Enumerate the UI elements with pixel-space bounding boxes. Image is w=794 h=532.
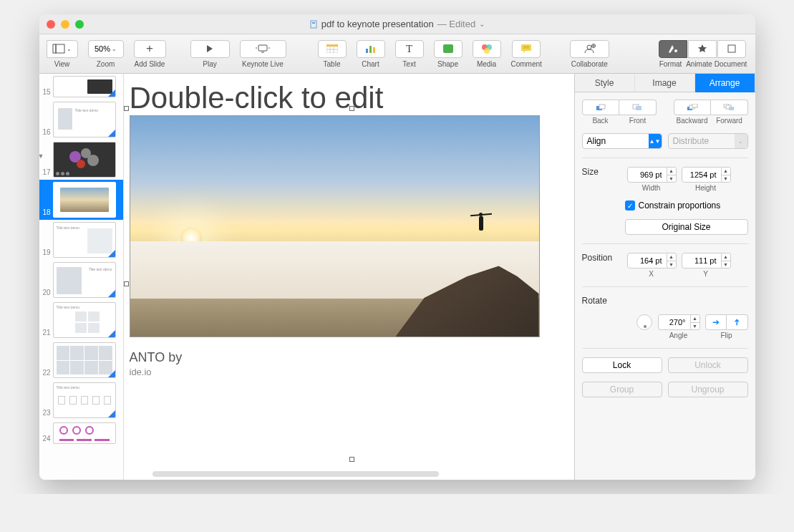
- maximize-icon[interactable]: [75, 20, 84, 29]
- titlebar: pdf to keynote presentation — Edited ⌄: [39, 14, 755, 34]
- svg-rect-2: [53, 44, 56, 53]
- svg-marker-4: [207, 45, 213, 52]
- slide-thumb[interactable]: 24: [39, 420, 123, 446]
- document-icon: [309, 20, 318, 29]
- play-button[interactable]: [190, 40, 230, 58]
- window-title: pdf to keynote presentation — Edited ⌄: [39, 19, 755, 29]
- traffic-lights: [47, 20, 84, 29]
- add-slide-button[interactable]: +: [134, 40, 166, 58]
- size-label: Size: [582, 167, 621, 177]
- disclosure-triangle-icon[interactable]: ▼: [39, 153, 44, 160]
- format-inspector: Style Image Arrange BackFront: [574, 74, 755, 480]
- angle-dial[interactable]: [636, 314, 652, 330]
- shape-button[interactable]: [434, 40, 463, 58]
- svg-rect-17: [443, 44, 453, 53]
- zoom-label: Zoom: [97, 60, 115, 68]
- app-window: pdf to keynote presentation — Edited ⌄ ⌄…: [39, 14, 755, 480]
- slide-thumb[interactable]: 22: [39, 340, 123, 380]
- minimize-icon[interactable]: [61, 20, 69, 29]
- toolbar: ⌄ View 50%⌄ Zoom + Add Slide Play Keynot…: [39, 34, 755, 74]
- zoom-dropdown[interactable]: 50%⌄: [88, 40, 124, 58]
- unlock-button[interactable]: Unlock: [668, 357, 748, 373]
- svg-marker-30: [698, 44, 707, 52]
- svg-point-7: [256, 47, 257, 49]
- front-button[interactable]: [619, 100, 657, 115]
- inspector-tabs: Style Image Arrange: [575, 74, 755, 92]
- selection-handle[interactable]: [349, 106, 354, 111]
- collaborate-button[interactable]: [570, 40, 609, 58]
- selection-handle[interactable]: [349, 457, 354, 462]
- backward-button[interactable]: [674, 100, 712, 115]
- svg-rect-10: [326, 44, 338, 47]
- slide-thumb[interactable]: 16 Title text demo: [39, 100, 123, 140]
- slide-thumb[interactable]: 15: [39, 74, 123, 100]
- slide-canvas[interactable]: Double-click to edit ANTO by ide.io: [124, 74, 574, 480]
- shape-label: Shape: [437, 60, 458, 68]
- table-button[interactable]: [318, 40, 347, 58]
- view-button[interactable]: ⌄: [47, 40, 78, 58]
- text-button[interactable]: T: [395, 40, 424, 58]
- svg-point-34: [77, 160, 85, 168]
- subtitle-2[interactable]: ide.io: [124, 367, 567, 377]
- animate-button[interactable]: [688, 40, 717, 58]
- flip-vertical-button[interactable]: ➔: [727, 314, 748, 330]
- text-label: Text: [402, 60, 415, 68]
- svg-point-8: [268, 47, 270, 49]
- svg-rect-42: [692, 104, 697, 107]
- tab-image[interactable]: Image: [635, 74, 695, 92]
- slide-thumb[interactable]: 21 Title text demo: [39, 300, 123, 340]
- distribute-dropdown[interactable]: Distribute⌄: [668, 133, 748, 149]
- slide-image[interactable]: [130, 115, 540, 337]
- x-stepper[interactable]: ▲▼: [667, 253, 677, 269]
- original-size-button[interactable]: Original Size: [625, 219, 748, 235]
- document-button[interactable]: [717, 40, 746, 58]
- comment-button[interactable]: [512, 40, 541, 58]
- chart-label: Chart: [362, 60, 379, 68]
- angle-stepper[interactable]: ▲▼: [690, 314, 700, 330]
- tab-arrange[interactable]: Arrange: [695, 74, 755, 92]
- format-button[interactable]: [659, 40, 687, 58]
- svg-rect-15: [369, 46, 372, 53]
- slide-thumb-selected[interactable]: 18: [39, 180, 123, 220]
- media-label: Media: [477, 60, 496, 68]
- slide-thumb[interactable]: 23 Title text demo: [39, 380, 123, 420]
- person-graphic: [475, 213, 488, 236]
- svg-point-25: [587, 45, 591, 49]
- forward-button[interactable]: [711, 100, 748, 115]
- slide-thumb[interactable]: 19 Title text demo: [39, 220, 123, 260]
- rotate-label: Rotate: [582, 296, 748, 306]
- width-stepper[interactable]: ▲▼: [667, 167, 677, 183]
- constrain-checkbox[interactable]: ✓Constrain proportions: [625, 200, 721, 211]
- play-label: Play: [203, 60, 216, 68]
- close-icon[interactable]: [47, 20, 55, 29]
- chevron-down-icon[interactable]: ⌄: [479, 20, 485, 28]
- y-stepper[interactable]: ▲▼: [721, 253, 731, 269]
- keynote-live-button[interactable]: [240, 40, 286, 58]
- ungroup-button[interactable]: Ungroup: [668, 382, 748, 397]
- document-label: Document: [714, 60, 748, 68]
- align-dropdown[interactable]: Align▲▼: [582, 133, 662, 149]
- slide-thumb[interactable]: 20 Title text demo: [39, 260, 123, 300]
- lock-button[interactable]: Lock: [582, 357, 662, 373]
- svg-marker-22: [523, 51, 526, 53]
- selection-handle[interactable]: [124, 281, 129, 286]
- selection-handle[interactable]: [124, 106, 129, 111]
- media-button[interactable]: [473, 40, 501, 58]
- svg-point-29: [674, 49, 677, 52]
- height-stepper[interactable]: ▲▼: [721, 167, 731, 183]
- tab-style[interactable]: Style: [575, 74, 635, 92]
- flip-horizontal-button[interactable]: ➔: [705, 314, 727, 330]
- subtitle-1[interactable]: ANTO by: [124, 350, 567, 365]
- svg-rect-14: [366, 49, 368, 53]
- slide-thumb[interactable]: ▼ 17: [39, 140, 123, 180]
- placeholder-text[interactable]: Double-click to edit: [124, 81, 567, 115]
- back-button[interactable]: [582, 100, 620, 115]
- svg-point-20: [484, 48, 490, 54]
- comment-label: Comment: [511, 60, 542, 68]
- chart-button[interactable]: [357, 40, 385, 58]
- add-slide-label: Add Slide: [135, 60, 165, 68]
- format-label: Format: [657, 60, 685, 68]
- horizontal-scrollbar[interactable]: [152, 471, 439, 477]
- slide-navigator[interactable]: 15 16 Title text demo ▼ 17 18: [39, 74, 124, 480]
- group-button[interactable]: Group: [582, 382, 662, 397]
